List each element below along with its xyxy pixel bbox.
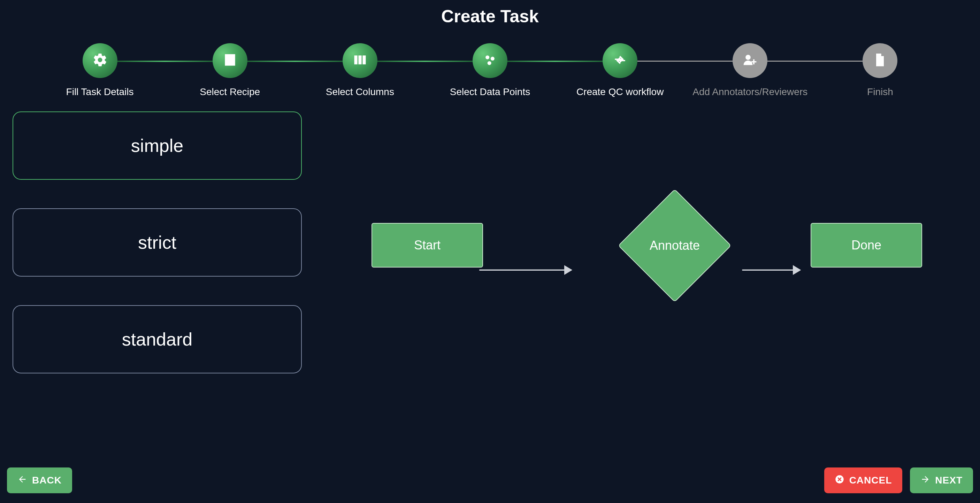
document-icon: [872, 52, 888, 69]
flow-node-label: Annotate: [650, 238, 700, 253]
svg-point-3: [745, 55, 751, 60]
svg-point-0: [485, 56, 489, 59]
step-select-data-points[interactable]: Select Data Points: [425, 43, 555, 98]
step-connector: [377, 60, 473, 62]
qc-option-strict[interactable]: strict: [13, 208, 302, 276]
step-connector: [637, 60, 733, 62]
arrow-left-icon: [18, 474, 27, 487]
page-title: Create Task: [0, 0, 980, 33]
qc-options: simple strict standard: [13, 111, 302, 482]
step-select-columns[interactable]: Select Columns: [295, 43, 425, 98]
main-content: simple strict standard Start Annotate: [0, 111, 980, 482]
cancel-button-label: CANCEL: [849, 475, 892, 486]
step-label: Select Recipe: [200, 86, 260, 98]
back-button[interactable]: BACK: [7, 468, 72, 493]
step-circle: [603, 43, 637, 78]
step-fill-task-details[interactable]: Fill Task Details: [35, 43, 165, 98]
step-label: Finish: [867, 86, 893, 98]
step-connector: [247, 60, 343, 62]
step-label: Select Columns: [326, 86, 394, 98]
qc-option-simple[interactable]: simple: [13, 111, 302, 180]
step-circle: [343, 43, 377, 78]
step-circle: [83, 43, 118, 78]
step-label: Fill Task Details: [66, 86, 134, 98]
step-add-annotators[interactable]: Add Annotators/Reviewers: [685, 43, 815, 98]
next-button-label: NEXT: [935, 475, 963, 486]
step-finish[interactable]: Finish: [815, 43, 945, 98]
step-select-recipe[interactable]: Select Recipe: [165, 43, 295, 98]
step-connector: [118, 60, 213, 62]
arrows-icon: [612, 52, 628, 69]
stepper: Fill Task Details Select Recipe Select C…: [0, 33, 980, 111]
step-circle: [862, 43, 897, 78]
gear-icon: [92, 52, 108, 69]
flow-node-label: Done: [851, 238, 881, 252]
cancel-icon: [835, 474, 845, 487]
svg-point-1: [491, 57, 495, 60]
workflow-preview: Start Annotate Done: [302, 111, 967, 482]
qc-option-standard[interactable]: standard: [13, 305, 302, 373]
arrow-right-icon: [920, 474, 930, 487]
flow-node-start[interactable]: Start: [372, 223, 483, 268]
footer: BACK CANCEL NEXT: [0, 468, 980, 493]
step-connector: [767, 60, 862, 62]
step-connector: [508, 60, 603, 62]
columns-icon: [352, 52, 368, 69]
step-circle: [213, 43, 247, 78]
back-button-label: BACK: [32, 475, 62, 486]
list-icon: [222, 52, 238, 69]
flow-edges: [302, 111, 967, 482]
step-circle: [733, 43, 767, 78]
step-label: Select Data Points: [450, 86, 530, 98]
people-plus-icon: [742, 52, 758, 69]
flow-node-label: Start: [414, 238, 441, 252]
flow-node-done[interactable]: Done: [811, 223, 922, 268]
step-create-qc-workflow[interactable]: Create QC workflow: [555, 43, 685, 98]
scatter-icon: [482, 52, 498, 69]
step-label: Add Annotators/Reviewers: [692, 86, 808, 98]
cancel-button[interactable]: CANCEL: [824, 468, 903, 493]
page: Create Task Fill Task Details Select Rec…: [0, 0, 980, 503]
next-button[interactable]: NEXT: [910, 468, 973, 493]
svg-point-2: [488, 61, 492, 65]
spacer: [72, 468, 824, 493]
step-label: Create QC workflow: [576, 86, 664, 98]
step-circle: [473, 43, 508, 78]
